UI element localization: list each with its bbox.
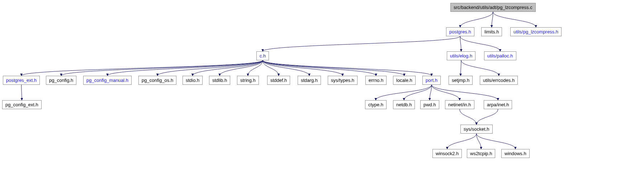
node-limits: limits.h: [481, 27, 502, 36]
edge-c_h-pg_config_manual: [108, 60, 263, 76]
edge-c_h-stddef: [263, 60, 279, 76]
edge-c_h-sys_types: [263, 60, 343, 76]
node-windows: windows.h: [501, 149, 530, 158]
node-port[interactable]: port.h: [422, 76, 441, 85]
node-ws2tcpip: ws2tcpip.h: [467, 149, 495, 158]
edge-c_h-port: [263, 60, 432, 76]
node-pg_config_os: pg_config_os.h: [138, 76, 176, 85]
edge-port-netinet_in: [432, 85, 460, 100]
edge-c_h-pg_config_os: [157, 60, 263, 76]
node-c_h[interactable]: c.h: [256, 51, 269, 60]
node-setjmp: setjmp.h: [449, 76, 473, 85]
edge-port-ctype: [376, 85, 432, 100]
node-netdb: netdb.h: [393, 100, 415, 109]
node-root: src/backend/utils/adt/pg_lzcompress.c: [450, 3, 536, 12]
edge-sys_socket-winsock2: [447, 134, 477, 149]
node-pg_config_manual[interactable]: pg_config_manual.h: [83, 76, 132, 85]
edge-sys_socket-windows: [477, 134, 516, 149]
edge-postgres-utils_palloc: [460, 36, 500, 51]
node-ctype: ctype.h: [365, 100, 387, 109]
node-locale: locale.h: [393, 76, 416, 85]
edge-c_h-string: [248, 60, 262, 76]
edge-c_h-postgres_ext: [22, 60, 263, 76]
edge-c_h-locale: [263, 60, 404, 76]
node-netinet_in: netinet/in.h: [445, 100, 474, 109]
node-utils_elog[interactable]: utils/elog.h: [447, 51, 475, 60]
node-winsock2: winsock2.h: [432, 149, 462, 158]
node-utils_palloc[interactable]: utils/palloc.h: [484, 51, 516, 60]
edge-root-utils_pg_lz: [493, 12, 536, 27]
node-sys_socket: sys/socket.h: [460, 125, 493, 134]
node-postgres_ext[interactable]: postgres_ext.h: [3, 76, 40, 85]
node-errno: errno.h: [365, 76, 387, 85]
edge-c_h-stdarg: [263, 60, 309, 76]
node-utils_errcodes: utils/errcodes.h: [480, 76, 518, 85]
node-stddef: stddef.h: [267, 76, 290, 85]
node-stdarg: stdarg.h: [298, 76, 321, 85]
edge-postgres-c_h: [263, 36, 460, 51]
edge-c_h-pg_config: [61, 60, 263, 76]
node-arpa_inet: arpa/inet.h: [484, 100, 512, 109]
node-sys_types: sys/types.h: [328, 76, 357, 85]
edge-utils_elog-setjmp: [461, 60, 461, 76]
node-utils_pg_lz[interactable]: utils/pg_lzcompress.h: [510, 27, 562, 36]
edge-root-postgres: [460, 12, 493, 27]
edge-postgres_ext-pg_config_ext: [22, 85, 22, 100]
edge-postgres-utils_elog: [460, 36, 461, 51]
edge-port-arpa_inet: [432, 85, 498, 100]
node-pwd: pwd.h: [420, 100, 439, 109]
edge-root-limits: [492, 12, 493, 27]
edge-port-pwd: [430, 85, 431, 100]
edge-sys_socket-ws2tcpip: [477, 134, 481, 149]
edge-port-netdb: [404, 85, 432, 100]
node-stdio: stdio.h: [183, 76, 203, 85]
node-string: string.h: [237, 76, 259, 85]
node-postgres[interactable]: postgres.h: [446, 27, 474, 36]
edge-c_h-stdio: [193, 60, 263, 76]
node-stdlib: stdlib.h: [209, 76, 230, 85]
edge-c_h-errno: [263, 60, 376, 76]
node-pg_config_ext: pg_config_ext.h: [2, 100, 42, 109]
edge-netinet_in-sys_socket: [460, 109, 477, 125]
edge-utils_elog-utils_errcodes: [461, 60, 499, 76]
edge-c_h-stdlib: [220, 60, 263, 76]
dependency-graph: src/backend/utils/adt/pg_lzcompress.cpos…: [0, 0, 644, 181]
edge-arpa_inet-sys_socket: [477, 109, 498, 125]
node-pg_config: pg_config.h: [46, 76, 76, 85]
